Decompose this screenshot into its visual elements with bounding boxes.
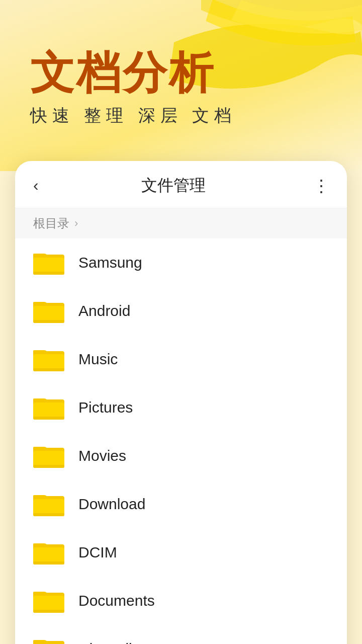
- folder-name: DCIM: [78, 544, 117, 561]
- folder-icon: [33, 394, 64, 421]
- phone-card: ‹ 文件管理 ⋮ 根目录 › Samsung: [15, 161, 347, 644]
- folder-name: Pictures: [78, 399, 133, 416]
- header-title: 文件管理: [45, 175, 303, 197]
- top-banner: 文档分析 快速 整理 深层 文档: [0, 0, 362, 171]
- folder-icon: [33, 346, 64, 372]
- folder-name: Samsung: [78, 254, 142, 271]
- folder-name: Download: [78, 496, 145, 513]
- folder-item[interactable]: Movies: [15, 432, 347, 480]
- folder-item[interactable]: DCIM: [15, 528, 347, 577]
- folder-icon: [33, 443, 64, 469]
- folder-item[interactable]: Documents: [15, 577, 347, 625]
- folder-name: Music: [78, 351, 118, 368]
- svg-rect-8: [33, 368, 64, 371]
- svg-rect-17: [33, 513, 64, 516]
- svg-rect-20: [33, 561, 64, 565]
- folder-item[interactable]: DingTalk: [15, 625, 347, 644]
- folder-name: DingTalk: [78, 640, 136, 644]
- file-manager-header: ‹ 文件管理 ⋮: [15, 161, 347, 208]
- folder-name: Documents: [78, 592, 155, 609]
- folder-name: Android: [78, 302, 130, 319]
- folder-icon: [33, 250, 64, 276]
- folder-icon: [33, 636, 64, 644]
- folder-list: Samsung Android: [15, 238, 347, 644]
- folder-item[interactable]: Music: [15, 335, 347, 383]
- folder-icon: [33, 298, 64, 324]
- folder-item[interactable]: Samsung: [15, 238, 347, 287]
- folder-item[interactable]: Download: [15, 480, 347, 528]
- folder-icon: [33, 539, 64, 566]
- svg-rect-11: [33, 417, 64, 420]
- svg-rect-14: [33, 465, 64, 468]
- breadcrumb: 根目录 ›: [15, 208, 347, 238]
- folder-name: Movies: [78, 447, 126, 464]
- folder-icon: [33, 588, 64, 614]
- folder-item[interactable]: Android: [15, 287, 347, 335]
- more-button[interactable]: ⋮: [313, 176, 329, 196]
- breadcrumb-root[interactable]: 根目录: [33, 215, 69, 231]
- banner-title: 文档分析: [30, 49, 215, 98]
- folder-item[interactable]: Pictures: [15, 383, 347, 432]
- back-button[interactable]: ‹: [33, 174, 45, 197]
- folder-icon: [33, 491, 64, 517]
- svg-rect-5: [33, 320, 64, 323]
- banner-subtitle: 快速 整理 深层 文档: [30, 104, 236, 127]
- svg-rect-2: [33, 272, 64, 275]
- breadcrumb-arrow-icon: ›: [74, 217, 78, 230]
- svg-rect-23: [33, 610, 64, 613]
